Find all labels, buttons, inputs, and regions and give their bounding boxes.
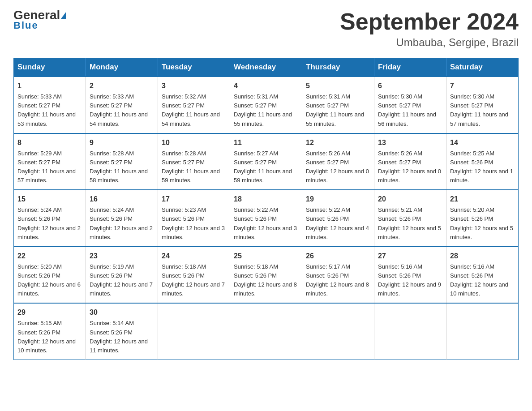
day-number: 15 <box>17 194 82 205</box>
day-number: 20 <box>378 194 442 205</box>
calendar-cell: 2Sunrise: 5:33 AMSunset: 5:27 PMDaylight… <box>86 77 158 133</box>
day-number: 13 <box>378 137 442 148</box>
calendar-cell <box>158 303 230 360</box>
day-info: Sunrise: 5:33 AMSunset: 5:27 PMDaylight:… <box>90 93 148 127</box>
day-number: 9 <box>90 137 154 148</box>
logo: General Blue <box>13 9 66 31</box>
day-info: Sunrise: 5:22 AMSunset: 5:26 PMDaylight:… <box>234 206 297 240</box>
day-number: 10 <box>162 137 226 148</box>
calendar-week-row: 29Sunrise: 5:15 AMSunset: 5:26 PMDayligh… <box>14 303 519 360</box>
day-info: Sunrise: 5:29 AMSunset: 5:27 PMDaylight:… <box>17 150 76 184</box>
day-info: Sunrise: 5:25 AMSunset: 5:26 PMDaylight:… <box>450 150 513 184</box>
header-day-saturday: Saturday <box>446 58 519 77</box>
calendar-cell: 12Sunrise: 5:26 AMSunset: 5:27 PMDayligh… <box>302 133 374 190</box>
calendar-cell: 1Sunrise: 5:33 AMSunset: 5:27 PMDaylight… <box>14 77 86 133</box>
day-number: 28 <box>450 251 515 261</box>
header-day-thursday: Thursday <box>302 58 374 77</box>
month-title: September 2024 <box>340 9 519 34</box>
calendar-cell: 4Sunrise: 5:31 AMSunset: 5:27 PMDaylight… <box>230 77 302 133</box>
page-header: General Blue September 2024 Umbauba, Ser… <box>13 9 519 49</box>
day-info: Sunrise: 5:32 AMSunset: 5:27 PMDaylight:… <box>162 93 220 127</box>
day-info: Sunrise: 5:23 AMSunset: 5:26 PMDaylight:… <box>162 206 225 240</box>
calendar-week-row: 15Sunrise: 5:24 AMSunset: 5:26 PMDayligh… <box>14 190 519 247</box>
day-number: 26 <box>306 251 370 261</box>
day-number: 4 <box>234 81 298 91</box>
calendar-cell: 9Sunrise: 5:28 AMSunset: 5:27 PMDaylight… <box>86 133 158 190</box>
calendar-cell: 17Sunrise: 5:23 AMSunset: 5:26 PMDayligh… <box>158 190 230 247</box>
day-info: Sunrise: 5:24 AMSunset: 5:26 PMDaylight:… <box>90 206 153 240</box>
day-info: Sunrise: 5:20 AMSunset: 5:26 PMDaylight:… <box>450 206 513 240</box>
calendar-cell: 19Sunrise: 5:22 AMSunset: 5:26 PMDayligh… <box>302 190 374 247</box>
logo-triangle-icon <box>61 12 66 19</box>
calendar-cell: 20Sunrise: 5:21 AMSunset: 5:26 PMDayligh… <box>374 190 446 247</box>
day-number: 1 <box>17 81 82 91</box>
day-info: Sunrise: 5:28 AMSunset: 5:27 PMDaylight:… <box>162 150 220 184</box>
day-info: Sunrise: 5:14 AMSunset: 5:26 PMDaylight:… <box>90 320 148 353</box>
day-info: Sunrise: 5:24 AMSunset: 5:26 PMDaylight:… <box>17 206 81 240</box>
calendar-cell <box>446 303 519 360</box>
calendar-cell: 14Sunrise: 5:25 AMSunset: 5:26 PMDayligh… <box>446 133 519 190</box>
day-info: Sunrise: 5:33 AMSunset: 5:27 PMDaylight:… <box>17 93 76 127</box>
day-number: 11 <box>234 137 298 148</box>
location-title: Umbauba, Sergipe, Brazil <box>340 36 519 49</box>
calendar-cell: 26Sunrise: 5:17 AMSunset: 5:26 PMDayligh… <box>302 247 374 304</box>
day-number: 18 <box>234 194 298 205</box>
day-info: Sunrise: 5:31 AMSunset: 5:27 PMDaylight:… <box>234 93 292 127</box>
header-day-friday: Friday <box>374 58 446 77</box>
header-day-wednesday: Wednesday <box>230 58 302 77</box>
day-info: Sunrise: 5:26 AMSunset: 5:27 PMDaylight:… <box>306 150 369 184</box>
calendar-header-row: SundayMondayTuesdayWednesdayThursdayFrid… <box>14 58 519 77</box>
calendar-cell: 6Sunrise: 5:30 AMSunset: 5:27 PMDaylight… <box>374 77 446 133</box>
calendar-cell: 21Sunrise: 5:20 AMSunset: 5:26 PMDayligh… <box>446 190 519 247</box>
day-info: Sunrise: 5:26 AMSunset: 5:27 PMDaylight:… <box>378 150 441 184</box>
day-number: 24 <box>162 251 226 261</box>
day-info: Sunrise: 5:30 AMSunset: 5:27 PMDaylight:… <box>450 93 508 127</box>
day-number: 2 <box>90 81 154 91</box>
calendar-week-row: 1Sunrise: 5:33 AMSunset: 5:27 PMDaylight… <box>14 77 519 133</box>
day-info: Sunrise: 5:22 AMSunset: 5:26 PMDaylight:… <box>306 206 369 240</box>
calendar-cell <box>302 303 374 360</box>
calendar-cell: 27Sunrise: 5:16 AMSunset: 5:26 PMDayligh… <box>374 247 446 304</box>
calendar-cell: 16Sunrise: 5:24 AMSunset: 5:26 PMDayligh… <box>86 190 158 247</box>
day-info: Sunrise: 5:21 AMSunset: 5:26 PMDaylight:… <box>378 206 441 240</box>
calendar-week-row: 22Sunrise: 5:20 AMSunset: 5:26 PMDayligh… <box>14 247 519 304</box>
title-area: September 2024 Umbauba, Sergipe, Brazil <box>340 9 519 49</box>
day-info: Sunrise: 5:18 AMSunset: 5:26 PMDaylight:… <box>162 263 225 297</box>
calendar-cell: 29Sunrise: 5:15 AMSunset: 5:26 PMDayligh… <box>14 303 86 360</box>
day-info: Sunrise: 5:16 AMSunset: 5:26 PMDaylight:… <box>450 263 508 297</box>
day-number: 7 <box>450 81 515 91</box>
header-day-sunday: Sunday <box>14 58 86 77</box>
day-number: 14 <box>450 137 515 148</box>
day-info: Sunrise: 5:28 AMSunset: 5:27 PMDaylight:… <box>90 150 148 184</box>
day-number: 27 <box>378 251 442 261</box>
day-number: 22 <box>17 251 82 261</box>
day-number: 23 <box>90 251 154 261</box>
day-info: Sunrise: 5:20 AMSunset: 5:26 PMDaylight:… <box>17 263 81 297</box>
day-info: Sunrise: 5:16 AMSunset: 5:26 PMDaylight:… <box>378 263 441 297</box>
day-info: Sunrise: 5:17 AMSunset: 5:26 PMDaylight:… <box>306 263 369 297</box>
calendar-table: SundayMondayTuesdayWednesdayThursdayFrid… <box>13 58 519 360</box>
calendar-cell: 22Sunrise: 5:20 AMSunset: 5:26 PMDayligh… <box>14 247 86 304</box>
header-day-monday: Monday <box>86 58 158 77</box>
day-number: 30 <box>90 307 154 318</box>
calendar-cell: 23Sunrise: 5:19 AMSunset: 5:26 PMDayligh… <box>86 247 158 304</box>
calendar-cell: 10Sunrise: 5:28 AMSunset: 5:27 PMDayligh… <box>158 133 230 190</box>
day-number: 16 <box>90 194 154 205</box>
calendar-cell <box>374 303 446 360</box>
day-info: Sunrise: 5:19 AMSunset: 5:26 PMDaylight:… <box>90 263 153 297</box>
calendar-cell: 3Sunrise: 5:32 AMSunset: 5:27 PMDaylight… <box>158 77 230 133</box>
day-number: 17 <box>162 194 226 205</box>
day-info: Sunrise: 5:31 AMSunset: 5:27 PMDaylight:… <box>306 93 364 127</box>
day-info: Sunrise: 5:27 AMSunset: 5:27 PMDaylight:… <box>234 150 292 184</box>
calendar-cell: 18Sunrise: 5:22 AMSunset: 5:26 PMDayligh… <box>230 190 302 247</box>
day-info: Sunrise: 5:15 AMSunset: 5:26 PMDaylight:… <box>17 320 76 353</box>
day-number: 6 <box>378 81 442 91</box>
calendar-cell: 8Sunrise: 5:29 AMSunset: 5:27 PMDaylight… <box>14 133 86 190</box>
day-info: Sunrise: 5:18 AMSunset: 5:26 PMDaylight:… <box>234 263 297 297</box>
header-day-tuesday: Tuesday <box>158 58 230 77</box>
calendar-cell: 24Sunrise: 5:18 AMSunset: 5:26 PMDayligh… <box>158 247 230 304</box>
logo-blue-text: Blue <box>13 20 39 31</box>
calendar-cell: 28Sunrise: 5:16 AMSunset: 5:26 PMDayligh… <box>446 247 519 304</box>
calendar-cell: 5Sunrise: 5:31 AMSunset: 5:27 PMDaylight… <box>302 77 374 133</box>
day-number: 29 <box>17 307 82 318</box>
